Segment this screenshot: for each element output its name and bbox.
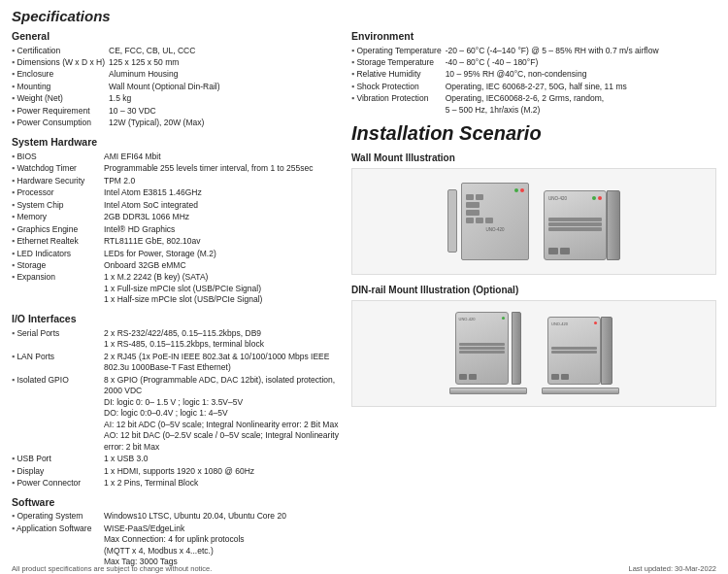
table-row: Power Requirement10 – 30 VDC bbox=[12, 105, 342, 117]
spec-label: Power Consumption bbox=[12, 118, 109, 129]
table-row: Power Connector1 x 2 Pins, Terminal Bloc… bbox=[12, 477, 342, 489]
spec-value: LEDs for Power, Storage (M.2) bbox=[104, 248, 342, 259]
spec-label: LED Indicators bbox=[12, 248, 104, 259]
table-row: StorageOnboard 32GB eMMC bbox=[12, 260, 342, 272]
spec-value: WISE-PaaS/EdgeLinkMax Connection: 4 for … bbox=[104, 523, 342, 568]
spec-label: Application Software bbox=[12, 523, 104, 568]
main-content: General CertificationCE, FCC, CB, UL, CC… bbox=[12, 30, 716, 568]
wall-mount-illustration: UNO-420 UNO-420 bbox=[351, 168, 716, 275]
spec-label: Mounting bbox=[12, 81, 109, 92]
table-row: Serial Ports2 x RS-232/422/485, 0.15–115… bbox=[12, 327, 342, 351]
spec-label: Shock Protection bbox=[351, 81, 446, 92]
table-row: CertificationCE, FCC, CB, UL, CCC bbox=[12, 45, 342, 56]
spec-label: Certification bbox=[12, 45, 109, 56]
spec-label: Operating System bbox=[12, 511, 104, 523]
spec-label: Expansion bbox=[12, 272, 104, 306]
software-table: Operating SystemWindows10 LTSC, Ubuntu 2… bbox=[12, 511, 342, 568]
din-rail-drawing: UNO-420 bbox=[449, 312, 619, 394]
table-row: ProcessorIntel Atom E3815 1.46GHz bbox=[12, 187, 342, 199]
table-row: LAN Ports2 x RJ45 (1x PoE-IN IEEE 802.3a… bbox=[12, 351, 342, 374]
spec-value: 1 x 2 Pins, Terminal Block bbox=[104, 477, 342, 489]
spec-label: Isolated GPIO bbox=[12, 374, 104, 453]
table-row: EnclosureAluminum Housing bbox=[12, 69, 342, 81]
spec-value: 2 x RJ45 (1x PoE-IN IEEE 802.3at & 10/10… bbox=[104, 351, 342, 374]
table-row: MountingWall Mount (Optional Din-Rail) bbox=[12, 81, 342, 92]
table-row: Watchdog TimerProgrammable 255 levels ti… bbox=[12, 163, 342, 175]
table-row: USB Port1 x USB 3.0 bbox=[12, 454, 342, 465]
table-row: Graphics EngineIntel® HD Graphics bbox=[12, 223, 342, 235]
spec-value: AMI EFI64 Mbit bbox=[104, 151, 342, 162]
spec-label: Power Connector bbox=[12, 477, 104, 489]
din-rail-illustration: UNO-420 bbox=[351, 300, 716, 407]
spec-value: 2 x RS-232/422/485, 0.15–115.2kbps, DB91… bbox=[104, 327, 342, 351]
left-column: General CertificationCE, FCC, CB, UL, CC… bbox=[12, 30, 342, 568]
page-wrapper: Specifications General CertificationCE, … bbox=[0, 0, 728, 574]
spec-value: 1 x M.2 2242 (B key) (SATA)1 x Full-size… bbox=[104, 272, 342, 306]
io-table: Serial Ports2 x RS-232/422/485, 0.15–115… bbox=[12, 327, 342, 490]
general-table: CertificationCE, FCC, CB, UL, CCCDimensi… bbox=[12, 45, 342, 129]
footer-note: All product specifications are subject t… bbox=[12, 564, 716, 573]
spec-value: 125 x 125 x 50 mm bbox=[109, 56, 342, 68]
spec-label: Hardware Security bbox=[12, 175, 104, 186]
spec-value: CE, FCC, CB, UL, CCC bbox=[109, 45, 342, 56]
table-row: Expansion1 x M.2 2242 (B key) (SATA)1 x … bbox=[12, 272, 342, 306]
spec-label: Memory bbox=[12, 212, 104, 223]
spec-label: Power Requirement bbox=[12, 105, 109, 117]
spec-label: Ethernet Realtek bbox=[12, 236, 104, 248]
spec-label: Enclosure bbox=[12, 69, 109, 81]
spec-value: RTL8111E GbE, 802.10av bbox=[104, 236, 342, 248]
table-row: Operating Temperature-20 – 60°C (-4–140 … bbox=[351, 45, 716, 56]
spec-value: 12W (Typical), 20W (Max) bbox=[109, 118, 342, 129]
spec-label: BIOS bbox=[12, 151, 104, 162]
spec-value: Intel Atom SoC integrated bbox=[104, 199, 342, 211]
spec-label: Storage Temperature bbox=[351, 56, 446, 68]
environment-title: Environment bbox=[351, 30, 716, 42]
spec-label: Relative Humidity bbox=[351, 69, 446, 81]
spec-label: LAN Ports bbox=[12, 351, 104, 374]
table-row: Application SoftwareWISE-PaaS/EdgeLinkMa… bbox=[12, 523, 342, 568]
spec-label: Watchdog Timer bbox=[12, 163, 104, 175]
software-title: Software bbox=[12, 496, 342, 508]
table-row: Relative Humidity10 – 95% RH @40°C, non-… bbox=[351, 69, 716, 81]
table-row: LED IndicatorsLEDs for Power, Storage (M… bbox=[12, 248, 342, 259]
din-rail-title: DIN-rail Mount Illustration (Optional) bbox=[351, 285, 716, 295]
table-row: Weight (Net)1.5 kg bbox=[12, 93, 342, 105]
spec-label: Graphics Engine bbox=[12, 223, 104, 235]
spec-value: Aluminum Housing bbox=[109, 69, 342, 81]
spec-label: System Chip bbox=[12, 199, 104, 211]
page-title: Specifications bbox=[12, 8, 716, 24]
spec-label: USB Port bbox=[12, 454, 104, 465]
spec-label: Storage bbox=[12, 260, 104, 272]
updated-text: Last updated: 30-Mar-2022 bbox=[629, 564, 716, 573]
table-row: System ChipIntel Atom SoC integrated bbox=[12, 199, 342, 211]
environment-table: Operating Temperature-20 – 60°C (-4–140 … bbox=[351, 45, 716, 117]
table-row: Isolated GPIO8 x GPIO (Programmable ADC,… bbox=[12, 374, 342, 453]
spec-label: Processor bbox=[12, 187, 104, 199]
spec-value: Windows10 LTSC, Ubuntu 20.04, Ubuntu Cor… bbox=[104, 511, 342, 523]
general-section-title: General bbox=[12, 30, 342, 42]
table-row: Ethernet RealtekRTL8111E GbE, 802.10av bbox=[12, 236, 342, 248]
spec-value: -40 – 80°C ( -40 – 180°F) bbox=[446, 56, 716, 68]
spec-value: Wall Mount (Optional Din-Rail) bbox=[109, 81, 342, 92]
spec-value: Operating, IEC 60068-2-27, 50G, half sin… bbox=[446, 81, 716, 92]
spec-label: Weight (Net) bbox=[12, 93, 109, 105]
wall-mount-title: Wall Mount Illustration bbox=[351, 152, 716, 163]
installation-title: Installation Scenario bbox=[351, 122, 716, 145]
table-row: Vibration ProtectionOperating, IEC60068-… bbox=[351, 93, 716, 117]
spec-label: Operating Temperature bbox=[351, 45, 446, 56]
device-front-view: UNO-420 bbox=[461, 183, 529, 260]
spec-value: -20 – 60°C (-4–140 °F) @ 5 – 85% RH with… bbox=[446, 45, 716, 56]
spec-value: Programmable 255 levels timer interval, … bbox=[104, 163, 342, 175]
spec-label: Display bbox=[12, 465, 104, 477]
spec-label: Dimensions (W x D x H) bbox=[12, 56, 109, 68]
spec-value: 10 – 30 VDC bbox=[109, 105, 342, 117]
spec-value: 1.5 kg bbox=[109, 93, 342, 105]
table-row: Dimensions (W x D x H)125 x 125 x 50 mm bbox=[12, 56, 342, 68]
table-row: Power Consumption12W (Typical), 20W (Max… bbox=[12, 118, 342, 129]
table-row: Storage Temperature-40 – 80°C ( -40 – 18… bbox=[351, 56, 716, 68]
spec-value: Onboard 32GB eMMC bbox=[104, 260, 342, 272]
system-hardware-table: BIOSAMI EFI64 MbitWatchdog TimerProgramm… bbox=[12, 151, 342, 306]
io-interfaces-title: I/O Interfaces bbox=[12, 313, 342, 324]
table-row: Memory2GB DDR3L 1066 MHz bbox=[12, 212, 342, 223]
spec-value: 8 x GPIO (Programmable ADC, DAC 12bit), … bbox=[104, 374, 342, 453]
